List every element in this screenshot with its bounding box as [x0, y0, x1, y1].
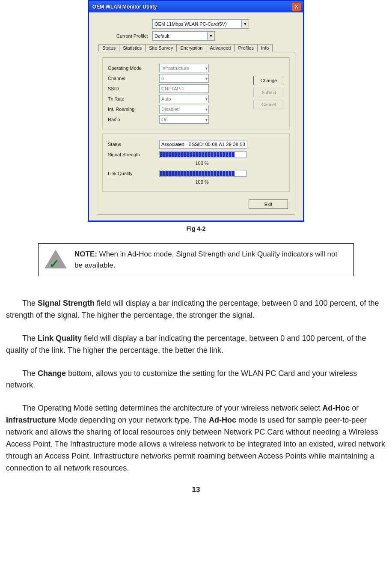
card-select-value: OEM 11Mbps WLAN PC-Card(5V)	[154, 21, 227, 27]
link-quality-bar	[159, 170, 246, 177]
operating-mode-field: Infrastructure ▼	[159, 64, 209, 72]
note-box: ✓ NOTE: When in Ad-Hoc mode, Signal Stre…	[38, 243, 354, 276]
roaming-label: Int. Roaming	[108, 107, 159, 112]
chevron-down-icon: ▼	[205, 107, 208, 112]
page-number: 13	[3, 486, 389, 494]
figure-caption: Fig 4-2	[3, 225, 389, 232]
chevron-down-icon: ▼	[241, 20, 249, 28]
tab-site-survey[interactable]: Site Survey	[145, 44, 177, 52]
radio-field: On ▼	[159, 115, 209, 124]
tab-advanced[interactable]: Advanced	[206, 44, 235, 52]
signal-strength-label: Signal Strength	[108, 152, 159, 157]
note-triangle-icon: ✓	[45, 250, 67, 268]
signal-strength-percent: 100 %	[159, 161, 245, 166]
para-link-quality: The Link Quality field will display a ba…	[6, 333, 386, 357]
txrate-label: Tx Rate	[108, 96, 159, 101]
link-quality-percent: 100 %	[159, 179, 245, 185]
channel-field: 6 ▼	[159, 74, 209, 83]
note-text: NOTE: When in Ad-Hoc mode, Signal Streng…	[74, 249, 344, 271]
profile-select[interactable]: Default ▼	[152, 31, 215, 41]
close-icon: X	[295, 4, 298, 10]
tab-statistics[interactable]: Statistics	[119, 44, 146, 52]
submit-button: Submit	[253, 88, 284, 97]
cancel-button: Cancel	[253, 100, 284, 109]
check-icon: ✓	[49, 255, 59, 273]
tab-status[interactable]: Status	[98, 44, 119, 52]
close-button[interactable]: X	[292, 2, 301, 12]
chevron-down-icon: ▼	[205, 117, 208, 122]
chevron-down-icon: ▼	[205, 76, 208, 81]
status-label: Status	[108, 142, 159, 147]
wlan-dialog: OEM WLAN Monitor Utility X OEM 11Mbps WL…	[88, 0, 304, 222]
chevron-down-icon: ▼	[207, 32, 214, 40]
chevron-down-icon: ▼	[205, 96, 208, 101]
signal-strength-bar	[159, 151, 246, 158]
window-title: OEM WLAN Monitor Utility	[92, 4, 157, 10]
ssid-field: CNETAP-1	[159, 84, 209, 93]
txrate-field: Auto ▼	[159, 95, 209, 103]
para-operating-mode: The Operating Mode setting determines th…	[6, 402, 386, 474]
tabstrip: Status Statistics Site Survey Encryption…	[97, 44, 295, 52]
tab-encryption[interactable]: Encryption	[176, 44, 206, 52]
status-field: Associated - BSSID: 00-08-A1-29-38-58	[159, 140, 247, 149]
titlebar: OEM WLAN Monitor Utility X	[89, 1, 303, 12]
operating-mode-label: Operating Mode	[108, 66, 159, 71]
link-quality-label: Link Quality	[108, 171, 159, 176]
exit-button[interactable]: Exit	[249, 200, 288, 209]
ssid-label: SSID	[108, 86, 159, 91]
channel-label: Channel	[108, 76, 159, 81]
para-signal-strength: The Signal Strength field will display a…	[6, 298, 386, 322]
tab-profiles[interactable]: Profiles	[234, 44, 258, 52]
chevron-down-icon: ▼	[205, 66, 208, 71]
card-select[interactable]: OEM 11Mbps WLAN PC-Card(5V) ▼	[152, 19, 249, 29]
tab-info[interactable]: Info	[257, 44, 273, 52]
roaming-field: Disabled ▼	[159, 105, 209, 113]
profile-select-value: Default	[154, 33, 169, 39]
para-change: The Change bottom, allows you to customi…	[6, 368, 386, 392]
change-button[interactable]: Change	[253, 76, 284, 85]
radio-label: Radio	[108, 117, 159, 122]
profile-label: Current Profile:	[97, 33, 152, 39]
